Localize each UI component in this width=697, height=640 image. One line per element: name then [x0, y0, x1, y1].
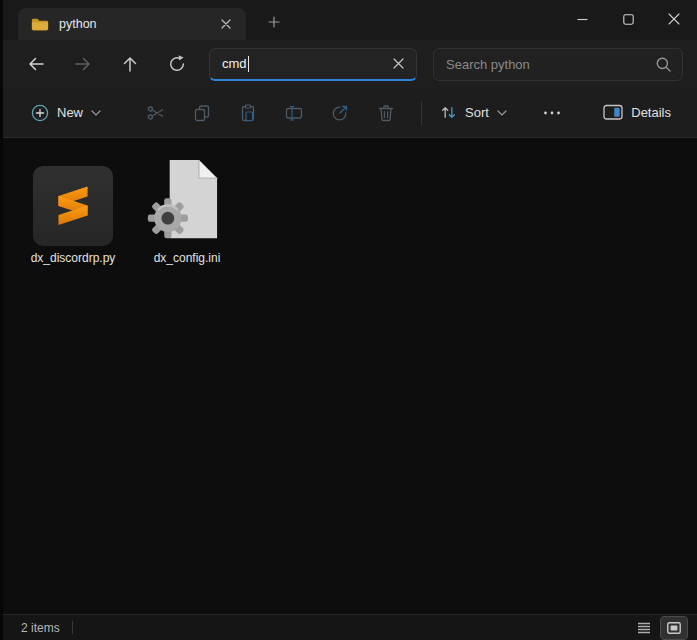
arrow-up-icon	[120, 54, 140, 74]
up-button[interactable]	[113, 47, 147, 81]
new-tab-button[interactable]	[260, 8, 288, 36]
file-list-area[interactable]: dx_discordrp.py	[3, 138, 697, 614]
tab-close-button[interactable]	[214, 12, 238, 36]
large-icons-view-button[interactable]	[661, 617, 687, 639]
address-input[interactable]: cmd	[209, 48, 417, 81]
maximize-icon	[623, 14, 634, 25]
cut-button[interactable]	[137, 95, 175, 131]
status-separator	[72, 621, 73, 634]
maximize-button[interactable]	[605, 0, 651, 38]
items-count: 2 items	[21, 621, 60, 635]
search-box	[433, 48, 683, 81]
file-item-dx-discordrp[interactable]: dx_discordrp.py	[17, 150, 129, 271]
minimize-icon	[577, 14, 588, 25]
copy-button[interactable]	[183, 95, 221, 131]
close-window-button[interactable]	[651, 0, 697, 38]
sort-button[interactable]: Sort	[430, 97, 517, 128]
close-icon	[668, 13, 680, 25]
file-item-dx-config[interactable]: dx_config.ini	[131, 150, 243, 271]
file-explorer-window: python	[0, 0, 697, 640]
status-bar: 2 items	[3, 614, 697, 640]
sort-arrows-icon	[440, 104, 457, 121]
search-input[interactable]	[446, 57, 655, 72]
new-button-label: New	[57, 105, 83, 120]
share-button[interactable]	[321, 95, 359, 131]
more-options-button[interactable]	[533, 95, 571, 131]
file-name: dx_config.ini	[154, 251, 221, 265]
window-controls	[559, 0, 697, 40]
search-icon	[655, 56, 672, 73]
arrow-left-icon	[26, 54, 46, 74]
folder-icon	[31, 17, 49, 32]
share-icon	[330, 103, 350, 123]
plus-circle-icon	[31, 104, 49, 122]
view-toggle-group	[631, 617, 687, 639]
copy-icon	[192, 103, 212, 123]
sublime-text-icon	[33, 166, 113, 246]
new-button[interactable]: New	[21, 97, 111, 129]
minimize-button[interactable]	[559, 0, 605, 38]
forward-button[interactable]	[66, 47, 100, 81]
back-button[interactable]	[19, 47, 53, 81]
navigation-bar: cmd	[3, 40, 697, 88]
details-button-label: Details	[631, 105, 671, 120]
chevron-down-icon	[91, 110, 101, 116]
command-toolbar: New	[3, 88, 697, 138]
chevron-down-icon	[497, 110, 507, 116]
file-name: dx_discordrp.py	[31, 251, 116, 265]
trash-icon	[376, 103, 396, 123]
plus-icon	[268, 16, 280, 28]
delete-button[interactable]	[367, 95, 405, 131]
sort-button-label: Sort	[465, 105, 489, 120]
refresh-icon	[167, 54, 187, 74]
clipboard-icon	[238, 103, 258, 123]
ellipsis-icon	[543, 110, 561, 116]
close-icon	[221, 19, 231, 29]
details-button[interactable]: Details	[593, 97, 681, 128]
rename-icon	[284, 103, 304, 123]
config-file-icon	[146, 154, 228, 246]
large-icons-view-icon	[667, 622, 681, 634]
tab-python[interactable]: python	[18, 8, 246, 40]
tab-label: python	[59, 17, 214, 31]
list-view-icon	[637, 622, 651, 634]
text-caret	[248, 56, 250, 72]
scissors-icon	[146, 103, 166, 123]
details-pane-icon	[603, 104, 623, 121]
titlebar: python	[3, 0, 697, 40]
toolbar-separator	[421, 101, 422, 125]
list-view-button[interactable]	[631, 617, 657, 639]
rename-button[interactable]	[275, 95, 313, 131]
close-icon	[393, 58, 404, 69]
clear-address-button[interactable]	[386, 52, 410, 76]
arrow-right-icon	[73, 54, 93, 74]
refresh-button[interactable]	[160, 47, 194, 81]
paste-button[interactable]	[229, 95, 267, 131]
address-value: cmd	[222, 56, 247, 71]
